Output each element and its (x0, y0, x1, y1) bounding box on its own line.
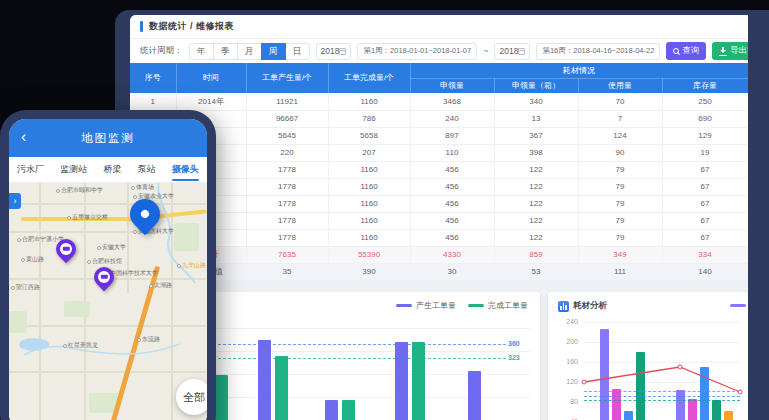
poi-dot-icon (21, 258, 25, 262)
reference-line (584, 396, 740, 397)
phone-mockup: ‹ 地图监测 污水厂监测站桥梁泵站摄像头 (0, 110, 216, 420)
period-option-季[interactable]: 季 (213, 43, 238, 60)
chart-title-row: 耗材分析 (558, 300, 607, 312)
total-row: 合计7635553904330859349334 (130, 246, 748, 263)
query-button[interactable]: 查询 (666, 42, 706, 60)
cell: 1160 (328, 178, 410, 195)
table-row[interactable]: 12014年119211160346834070250 (130, 93, 748, 110)
poi-dot-icon (177, 264, 181, 268)
tab-污水厂[interactable]: 污水厂 (17, 157, 44, 182)
expand-icon[interactable]: › (9, 193, 21, 209)
reference-label: 360 (508, 340, 520, 347)
cell: 340 (494, 93, 578, 110)
table-row[interactable]: 7177811604561227967 (130, 195, 748, 212)
map-label-text: 体育场 (136, 183, 154, 192)
report-top-block: 数据统计 / 维修报表 统计周期： 年季月周日 2018 第1周：2018-01… (130, 15, 748, 281)
year-start-value: 2018 (321, 46, 340, 56)
period-option-月[interactable]: 月 (237, 43, 262, 60)
legend-item-produced: 产生工单量 (396, 300, 456, 311)
cell: 786 (328, 110, 410, 127)
table-row[interactable]: 8177811604561227967 (130, 212, 748, 229)
table-row[interactable]: 6177811604561227967 (130, 178, 748, 195)
poi-dot-icon (11, 286, 15, 290)
period-option-日[interactable]: 日 (285, 43, 310, 60)
sub-column-header: 库存量 (662, 78, 748, 93)
legend-swatch (396, 304, 412, 307)
bar (636, 352, 645, 420)
cell: 334 (662, 246, 748, 263)
year-end-select[interactable]: 2018 (494, 43, 530, 60)
period-option-周[interactable]: 周 (261, 43, 286, 60)
bar (700, 367, 709, 420)
tab-泵站[interactable]: 泵站 (138, 157, 156, 182)
camera-marker[interactable] (90, 263, 118, 291)
table-row[interactable]: 356455658897367124129 (130, 127, 748, 144)
map-view[interactable]: 合肥市颐和中学体育场安徽农业大学五里墩立交桥合肥市宁溪小学安徽医科大学安徽大学合… (9, 183, 207, 420)
cell: 398 (494, 144, 578, 161)
table-row[interactable]: 296667786240137690 (130, 110, 748, 127)
bar-完成工单量 (342, 400, 355, 420)
map-label-text: 九华山路 (182, 261, 206, 270)
cell: 390 (328, 263, 410, 280)
week-end-input[interactable]: 第16周：2018-04-16~2018-04-22 (536, 43, 660, 60)
cell: 53 (494, 263, 578, 280)
bar-产生工单量 (325, 400, 338, 420)
cell: 207 (328, 144, 410, 161)
map-label: 红星美凯龙 (63, 341, 98, 350)
cell: 1160 (328, 212, 410, 229)
map-label: 望江西路 (11, 283, 40, 292)
map-park (9, 311, 27, 333)
map-park (174, 223, 199, 251)
map-label-text: 安徽大学 (102, 243, 126, 252)
cell: 110 (410, 144, 494, 161)
all-button[interactable]: 全部 (176, 379, 207, 415)
phone-screen: ‹ 地图监测 污水厂监测站桥梁泵站摄像头 (9, 119, 207, 420)
cell: 67 (662, 195, 748, 212)
cell: 1 (130, 93, 176, 110)
bar-chart-icon (558, 301, 569, 312)
tab-监测站[interactable]: 监测站 (60, 157, 87, 182)
cell: 140 (662, 263, 748, 280)
poi-dot-icon (67, 216, 71, 220)
table-row[interactable]: 9177811604561227967 (130, 229, 748, 246)
cell: 122 (494, 229, 578, 246)
poi-dot-icon (133, 230, 137, 234)
breadcrumb: 数据统计 / 维修报表 (130, 15, 748, 39)
map-label: 黄山路 (21, 255, 44, 264)
map-label: 合肥科技馆 (87, 257, 122, 266)
cell: 456 (410, 195, 494, 212)
cell: 1160 (328, 161, 410, 178)
consumable-chart-card: 耗材分析 2402001601208040 (548, 292, 748, 420)
week-start-input[interactable]: 第1周：2018-01-01~2018-01-07 (357, 43, 477, 60)
cell: 7635 (246, 246, 328, 263)
cell: 124 (578, 127, 662, 144)
cell: 90 (578, 144, 662, 161)
table-row[interactable]: 5177811604561227967 (130, 161, 748, 178)
period-option-年[interactable]: 年 (189, 43, 214, 60)
cell: 250 (662, 93, 748, 110)
tab-桥梁[interactable]: 桥梁 (103, 157, 121, 182)
tab-摄像头[interactable]: 摄像头 (172, 157, 199, 182)
table-body: 12014年1192111603468340702502966677862401… (130, 93, 748, 280)
map-label-text: 东流路 (142, 335, 160, 344)
cell: 2014年 (176, 93, 246, 110)
table-row[interactable]: 42202071103989019 (130, 144, 748, 161)
y-axis-tick: 120 (552, 378, 578, 385)
cell: 122 (494, 195, 578, 212)
poi-dot-icon (56, 189, 60, 193)
reference-line (584, 400, 740, 401)
cell: 55390 (328, 246, 410, 263)
poi-dot-icon (137, 338, 141, 342)
breadcrumb-accent-bar (140, 21, 143, 32)
export-excel-button[interactable]: 导出Excel (712, 42, 748, 60)
phone-header: ‹ 地图监测 (9, 119, 207, 157)
bar-产生工单量 (258, 340, 271, 420)
bar (624, 411, 633, 420)
back-icon[interactable]: ‹ (21, 127, 26, 147)
table-header-row: 序号时间工单产生量/个工单完成量/个耗材情况 (130, 63, 748, 78)
year-start-select[interactable]: 2018 (316, 43, 352, 60)
legend-swatch-clipped (730, 304, 746, 307)
bar-完成工单量 (215, 375, 228, 420)
bar-产生工单量 (395, 342, 408, 420)
cell: 19 (662, 144, 748, 161)
